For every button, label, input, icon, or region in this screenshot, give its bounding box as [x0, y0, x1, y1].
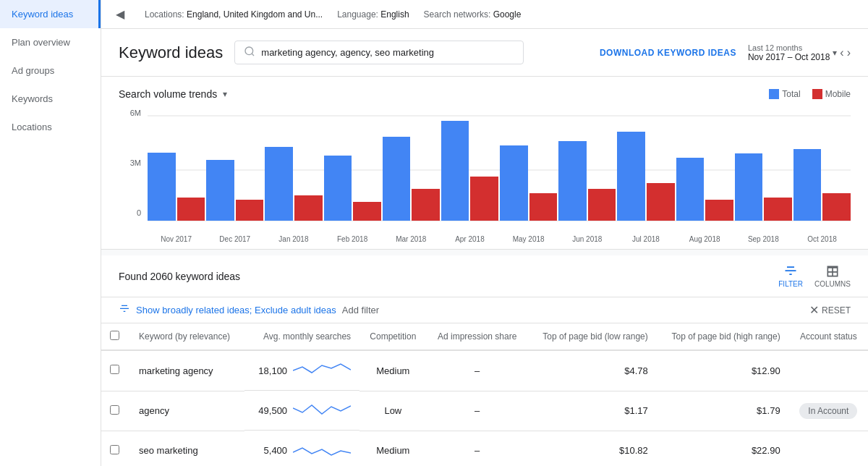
ad-impression-cell: –	[427, 431, 528, 466]
x-axis-label: Oct 2018	[793, 235, 851, 243]
ad-impression-cell: –	[427, 391, 528, 431]
bar-group	[383, 137, 440, 221]
bar-total	[793, 149, 822, 221]
avg-monthly-cell: 18,100	[244, 351, 359, 391]
bars-container	[148, 109, 851, 221]
col-avg-monthly: Avg. monthly searches	[244, 323, 359, 350]
col-top-bid-high: Top of page bid (high range)	[657, 323, 789, 350]
avg-monthly-cell: 49,500	[244, 391, 359, 431]
chart-section: Search volume trends ▾ Total Mobile 6M	[101, 77, 868, 250]
select-all-header[interactable]	[101, 323, 130, 350]
found-keywords-count: Found 2060 keyword ideas	[119, 271, 240, 282]
bar-mobile	[236, 200, 264, 221]
sidebar-item-locations[interactable]: Locations	[0, 113, 101, 141]
sidebar-toggle-button[interactable]: ◀	[116, 7, 124, 21]
keyword-cell: seo marketing	[130, 431, 244, 466]
add-filter-button[interactable]: Add filter	[342, 305, 379, 315]
x-axis-label: Aug 2018	[676, 235, 733, 243]
bar-group	[676, 158, 733, 221]
row-checkbox-cell[interactable]	[101, 350, 130, 391]
sidebar-item-keyword-ideas[interactable]: Keyword ideas	[0, 0, 101, 28]
sidebar-item-keywords[interactable]: Keywords	[0, 85, 101, 113]
table-row: agency 49,500 Low – $1.17 $1.79 In Accou…	[101, 391, 868, 431]
sidebar: Keyword ideas Plan overview Ad groups Ke…	[0, 0, 101, 466]
col-ad-impression: Ad impression share	[427, 323, 528, 350]
page-title: Keyword ideas	[119, 43, 223, 62]
keyword-cell: marketing agency	[130, 350, 244, 391]
sidebar-item-plan-overview[interactable]: Plan overview	[0, 28, 101, 56]
table-section: Found 2060 keyword ideas FILTER COLUMNS	[101, 255, 868, 466]
date-range-selector[interactable]: Last 12 months Nov 2017 – Oct 2018 ▾ ‹ ›	[748, 43, 851, 62]
row-checkbox[interactable]	[110, 405, 119, 415]
row-checkbox-cell[interactable]	[101, 431, 130, 466]
date-next-button[interactable]: ›	[847, 46, 851, 59]
chart-dropdown-icon[interactable]: ▾	[223, 89, 227, 99]
col-keyword: Keyword (by relevance)	[130, 323, 244, 350]
table-header-row: Found 2060 keyword ideas FILTER COLUMNS	[101, 255, 868, 297]
reset-button[interactable]: ✕ RESET	[809, 303, 851, 317]
close-icon: ✕	[809, 303, 819, 317]
top-bid-low-cell: $1.17	[528, 391, 657, 431]
account-status-cell: In Account	[789, 391, 868, 431]
competition-cell: Medium	[359, 350, 426, 391]
row-checkbox-cell[interactable]	[101, 391, 130, 431]
bar-mobile	[470, 177, 498, 221]
topbar-locations: Locations: England, United Kingdom and U…	[145, 9, 323, 20]
top-bid-low-cell: $4.78	[528, 350, 657, 391]
bar-group	[441, 121, 498, 221]
legend-total-box	[769, 89, 779, 99]
download-keyword-ideas-button[interactable]: DOWNLOAD KEYWORD IDEAS	[600, 48, 736, 58]
row-checkbox[interactable]	[110, 445, 119, 454]
bar-total	[148, 153, 176, 221]
columns-button[interactable]: COLUMNS	[814, 264, 851, 288]
x-axis-label: Jun 2018	[558, 235, 616, 243]
bar-mobile	[529, 193, 558, 221]
bar-total	[324, 156, 352, 221]
table-body: marketing agency 18,100 Medium – $4.78 $…	[101, 350, 868, 466]
x-axis-label: Nov 2017	[148, 235, 205, 243]
bar-total	[265, 147, 293, 221]
bar-mobile	[764, 198, 792, 221]
svg-point-0	[245, 47, 253, 55]
legend-mobile: Mobile	[812, 89, 851, 99]
bar-mobile	[412, 189, 440, 221]
legend-total: Total	[769, 89, 800, 99]
sidebar-item-ad-groups[interactable]: Ad groups	[0, 56, 101, 85]
date-range-dropdown-icon[interactable]: ▾	[833, 48, 837, 58]
trend-chart	[293, 360, 351, 381]
search-bar[interactable]	[234, 41, 524, 64]
date-prev-button[interactable]: ‹	[840, 46, 843, 59]
filter-description[interactable]: Show broadly related ideas; Exclude adul…	[136, 305, 336, 315]
ad-impression-cell: –	[427, 350, 528, 391]
x-axis-label: Feb 2018	[324, 235, 381, 243]
top-bid-high-cell: $22.90	[657, 431, 789, 466]
legend-mobile-box	[812, 89, 822, 99]
bar-mobile	[353, 202, 381, 221]
bar-group	[617, 132, 674, 221]
top-bid-high-cell: $12.90	[657, 350, 789, 391]
table-row: marketing agency 18,100 Medium – $4.78 $…	[101, 350, 868, 391]
bar-group	[265, 147, 322, 221]
bar-mobile	[705, 200, 733, 221]
trend-chart	[293, 399, 351, 421]
keyword-cell: agency	[130, 391, 244, 431]
bar-group	[500, 145, 557, 221]
filter-button[interactable]: FILTER	[778, 264, 803, 288]
row-checkbox[interactable]	[110, 365, 119, 374]
bar-total	[735, 153, 763, 221]
keyword-search-input[interactable]	[261, 47, 514, 58]
bar-mobile	[177, 198, 205, 221]
bar-mobile	[588, 189, 616, 221]
account-status-cell	[789, 350, 868, 391]
bar-group	[793, 149, 851, 221]
select-all-checkbox[interactable]	[110, 331, 119, 340]
bar-mobile	[822, 193, 851, 221]
x-axis-label: Mar 2018	[383, 235, 440, 243]
bar-total	[441, 121, 469, 221]
x-axis-label: Dec 2017	[206, 235, 263, 243]
filter-bar: Show broadly related ideas; Exclude adul…	[101, 297, 868, 323]
bar-total	[676, 158, 705, 221]
topbar-networks: Search networks: Google	[424, 9, 522, 20]
x-axis-label: Sep 2018	[735, 235, 792, 243]
bar-group	[324, 156, 381, 221]
